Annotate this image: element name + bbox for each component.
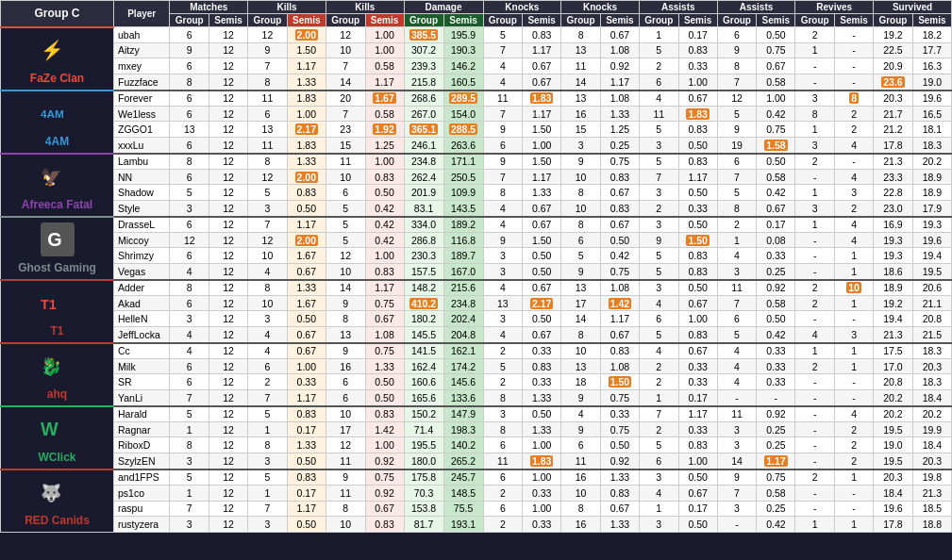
- match-group: 6: [170, 91, 209, 107]
- assist-group: 2: [639, 58, 678, 74]
- assist-semis: 2: [717, 217, 757, 233]
- player-name-HelleN: HelleN: [114, 311, 170, 326]
- revive-semis: 1: [835, 248, 874, 263]
- assist-avg-group: 0.67: [678, 343, 717, 359]
- kill-semis-count: 9: [326, 296, 365, 311]
- kill-group: 7: [248, 501, 288, 516]
- knock-semis: 13: [561, 42, 601, 58]
- player-name-ps1co: ps1co: [114, 486, 170, 501]
- knock-group: 7: [483, 107, 523, 122]
- knock-group: 7: [483, 170, 523, 185]
- knock-avg-group: 1.50: [523, 122, 561, 137]
- assist-avg-semis: 0.50: [757, 154, 795, 170]
- assist-group: 2: [639, 200, 678, 216]
- player-name-Miccoy: Miccoy: [114, 233, 170, 248]
- assist-avg-semis: 1.17: [757, 453, 795, 469]
- assist-avg-group: 0.33: [678, 422, 717, 437]
- knock-group: 4: [483, 280, 523, 296]
- knock-avg-group: 0.67: [523, 58, 561, 74]
- svg-text:T1: T1: [41, 297, 57, 312]
- survived-group: 23.0: [874, 200, 913, 216]
- match-semis: 12: [209, 422, 248, 437]
- match-group: 3: [170, 200, 209, 216]
- match-group: 13: [170, 122, 209, 137]
- kill-group: 11: [248, 137, 288, 153]
- revive-group: -: [795, 233, 835, 248]
- kill-semis-count: 9: [326, 469, 365, 486]
- survived-group: 21.3: [874, 326, 913, 342]
- survived-semis: 20.8: [912, 311, 951, 326]
- revive-semis: -: [835, 42, 874, 58]
- damage-group: 145.5: [404, 326, 443, 342]
- knock-avg-semis: 0.67: [600, 326, 639, 342]
- knock-group: 2: [483, 517, 523, 533]
- assist-semis: 4: [717, 359, 757, 374]
- knock-semis: 9: [561, 154, 601, 170]
- match-group: 8: [170, 437, 209, 453]
- knocks-header2: Knocks: [561, 1, 640, 14]
- revive-semis: 8: [835, 91, 874, 107]
- player-name-raspu: raspu: [114, 501, 170, 516]
- match-group: 6: [170, 137, 209, 153]
- knock-avg-semis: 0.83: [600, 343, 639, 359]
- matches-semis: Semis: [209, 14, 248, 27]
- knock-group: 6: [483, 501, 523, 516]
- match-group: 1: [170, 486, 209, 501]
- kill-group: 4: [248, 326, 288, 342]
- assist-semis: 6: [717, 27, 757, 43]
- knocks-semis: Semis: [523, 14, 561, 27]
- survived-semis: 18.9: [912, 170, 951, 185]
- match-semis: 12: [209, 517, 248, 533]
- match-group: 5: [170, 469, 209, 486]
- revive-group: 2: [795, 359, 835, 374]
- assists-avg-semis: Semis: [757, 14, 795, 27]
- assist-avg-group: 0.50: [678, 217, 717, 233]
- assist-semis: 7: [717, 74, 757, 90]
- kill-avg-semis: 1.42: [365, 422, 404, 437]
- knock-avg-semis: 1.08: [600, 280, 639, 296]
- kill-avg-semis: 1.33: [365, 359, 404, 374]
- knock-group: 8: [483, 389, 523, 405]
- assist-semis: 3: [717, 501, 757, 516]
- knock-semis: 6: [561, 437, 601, 453]
- survived-semis: 18.3: [912, 374, 951, 389]
- damage-semis: 148.5: [443, 486, 483, 501]
- damage-semis: 162.1: [443, 343, 483, 359]
- damage-group: 215.8: [404, 74, 443, 90]
- assist-avg-group: 0.83: [678, 437, 717, 453]
- assist-avg-group: 0.17: [678, 389, 717, 405]
- knock-avg-semis: 0.67: [600, 217, 639, 233]
- damage-semis: 193.1: [443, 517, 483, 533]
- knock-group: 3: [483, 248, 523, 263]
- kill-avg-group: 1.00: [287, 107, 326, 122]
- damage-semis: 215.6: [443, 280, 483, 296]
- assist-avg-group: 1.17: [678, 170, 717, 185]
- damage-group: 81.7: [404, 517, 443, 533]
- kills-header: Kills: [248, 1, 326, 14]
- assist-avg-group: 1.00: [678, 311, 717, 326]
- team-cell-ahq: 🐉 ahq: [1, 343, 114, 406]
- damage-semis: 202.4: [443, 311, 483, 326]
- kill-group: 9: [248, 42, 288, 58]
- player-name-rustyzera: rustyzera: [114, 517, 170, 533]
- knock-semis: 8: [561, 217, 601, 233]
- match-group: 3: [170, 311, 209, 326]
- damage-semis: 160.5: [443, 74, 483, 90]
- knock-group: 3: [483, 311, 523, 326]
- kill-semis-count: 12: [326, 248, 365, 263]
- kill-avg-group: 0.17: [287, 422, 326, 437]
- survived-semis: 19.5: [912, 263, 951, 279]
- team-cell-red-canids: 🐺 RED Canids: [1, 469, 114, 533]
- revive-semis: 1: [835, 263, 874, 279]
- assist-avg-semis: 0.25: [757, 263, 795, 279]
- revive-semis: 4: [835, 217, 874, 233]
- assist-avg-semis: 0.58: [757, 486, 795, 501]
- knock-group: 2: [483, 374, 523, 389]
- match-semis: 12: [209, 359, 248, 374]
- knock-avg-group: 1.17: [523, 170, 561, 185]
- revive-semis: 1: [835, 517, 874, 533]
- assist-avg-group: 1.17: [678, 406, 717, 422]
- revive-semis: -: [835, 389, 874, 405]
- assist-group: 3: [639, 280, 678, 296]
- kill-avg-semis: 1.00: [365, 42, 404, 58]
